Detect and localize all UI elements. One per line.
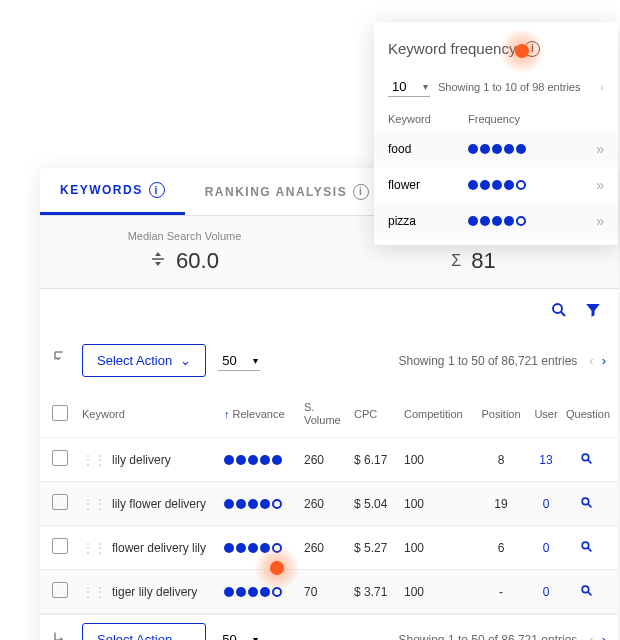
- drag-handle-icon[interactable]: ⋮⋮: [82, 541, 106, 555]
- tab-keywords-label: KEYWORDS: [60, 183, 143, 197]
- svg-line-10: [588, 548, 591, 551]
- magnify-icon[interactable]: [580, 453, 593, 468]
- keyword-text: flower delivery lily: [112, 541, 206, 555]
- page-size-select[interactable]: [218, 351, 260, 371]
- keyword-frequency-popup: Keyword frequency i Showing 1 to 10 of 9…: [374, 22, 618, 245]
- popup-keyword: pizza: [388, 214, 468, 228]
- header-keyword[interactable]: Keyword: [82, 408, 224, 421]
- next-page-icon[interactable]: ›: [602, 353, 606, 368]
- drag-handle-icon[interactable]: ⋮⋮: [82, 497, 106, 511]
- header-competition[interactable]: Competition: [404, 408, 476, 421]
- keyword-text: tiger lily delivery: [112, 585, 197, 599]
- cell-position: 8: [476, 453, 526, 467]
- header-relevance[interactable]: ↑ Relevance: [224, 408, 304, 421]
- header-user[interactable]: User: [526, 408, 566, 421]
- popup-keyword: food: [388, 142, 468, 156]
- bulk-arrow-up-icon: [52, 628, 70, 640]
- relevance-dots: [224, 543, 304, 553]
- header-position[interactable]: Position: [476, 408, 526, 421]
- select-action-button-bottom[interactable]: Select Action ⌄: [82, 623, 206, 640]
- cell-competition: 100: [404, 453, 476, 467]
- cell-volume: 260: [304, 541, 354, 555]
- drag-handle-icon[interactable]: ⋮⋮: [82, 453, 106, 467]
- popup-title: Keyword frequency i: [374, 22, 618, 71]
- info-icon[interactable]: i: [524, 41, 540, 57]
- prev-page-icon[interactable]: ‹: [589, 632, 593, 640]
- next-page-icon[interactable]: ›: [602, 632, 606, 640]
- expand-icon[interactable]: »: [584, 177, 604, 193]
- popup-row[interactable]: pizza»: [374, 203, 618, 239]
- chevron-down-icon: ⌄: [180, 353, 191, 368]
- popup-row[interactable]: flower»: [374, 167, 618, 203]
- showing-text: Showing 1 to 50 of 86,721 entries: [399, 633, 578, 640]
- cell-competition: 100: [404, 497, 476, 511]
- header-cpc[interactable]: CPC: [354, 408, 404, 421]
- relevance-dots: [224, 499, 304, 509]
- table-row: ⋮⋮lily delivery260$ 6.17100813: [40, 438, 618, 482]
- search-icon[interactable]: [546, 297, 572, 328]
- magnify-icon[interactable]: [580, 585, 593, 600]
- cell-competition: 100: [404, 585, 476, 599]
- row-checkbox[interactable]: [52, 450, 68, 466]
- header-svolume[interactable]: S. Volume: [304, 401, 354, 427]
- row-checkbox[interactable]: [52, 538, 68, 554]
- popup-header-keyword: Keyword: [388, 113, 468, 125]
- stat-median-label: Median Search Volume: [60, 230, 309, 242]
- stat-median: Median Search Volume 60.0: [40, 216, 329, 288]
- magnify-icon[interactable]: [580, 541, 593, 556]
- table-row: ⋮⋮tiger lily delivery70$ 3.71100-0: [40, 570, 618, 614]
- svg-point-7: [582, 498, 589, 505]
- bulk-arrow-down-icon: [52, 349, 70, 372]
- popup-frequency-dots: [468, 144, 584, 154]
- cell-position: 19: [476, 497, 526, 511]
- svg-line-4: [561, 312, 565, 316]
- cell-volume: 70: [304, 585, 354, 599]
- cell-cpc: $ 6.17: [354, 453, 404, 467]
- popup-prev-icon[interactable]: ‹: [600, 81, 604, 93]
- select-action-label: Select Action: [97, 353, 172, 368]
- header-question[interactable]: Question: [566, 408, 606, 421]
- cell-user[interactable]: 13: [526, 453, 566, 467]
- cell-cpc: $ 3.71: [354, 585, 404, 599]
- cell-user[interactable]: 0: [526, 541, 566, 555]
- prev-page-icon[interactable]: ‹: [589, 353, 593, 368]
- tab-ranking-label: RANKING ANALYSIS: [205, 185, 347, 199]
- relevance-dots: [224, 455, 304, 465]
- popup-showing-text: Showing 1 to 10 of 98 entries: [438, 81, 580, 93]
- table-header: Keyword ↑ Relevance S. Volume CPC Compet…: [40, 391, 618, 438]
- tab-keywords[interactable]: KEYWORDS i: [40, 168, 185, 215]
- drag-handle-icon[interactable]: ⋮⋮: [82, 585, 106, 599]
- row-checkbox[interactable]: [52, 582, 68, 598]
- relevance-dots: [224, 587, 304, 597]
- cell-user[interactable]: 0: [526, 585, 566, 599]
- cell-cpc: $ 5.04: [354, 497, 404, 511]
- svg-point-3: [553, 304, 562, 313]
- popup-frequency-dots: [468, 180, 584, 190]
- cell-volume: 260: [304, 497, 354, 511]
- cell-user[interactable]: 0: [526, 497, 566, 511]
- popup-row[interactable]: food»: [374, 131, 618, 167]
- popup-header-frequency: Frequency: [468, 113, 604, 125]
- svg-line-8: [588, 504, 591, 507]
- row-checkbox[interactable]: [52, 494, 68, 510]
- magnify-icon[interactable]: [580, 497, 593, 512]
- cell-position: 6: [476, 541, 526, 555]
- select-all-checkbox[interactable]: [52, 405, 68, 421]
- cell-volume: 260: [304, 453, 354, 467]
- info-icon[interactable]: i: [149, 182, 165, 198]
- cell-cpc: $ 5.27: [354, 541, 404, 555]
- popup-page-size[interactable]: [388, 77, 430, 97]
- expand-icon[interactable]: »: [584, 213, 604, 229]
- expand-icon[interactable]: »: [584, 141, 604, 157]
- popup-title-text: Keyword frequency: [388, 40, 516, 57]
- filter-icon[interactable]: [580, 297, 606, 328]
- table-row: ⋮⋮lily flower delivery260$ 5.04100190: [40, 482, 618, 526]
- table-row: ⋮⋮flower delivery lily260$ 5.2710060: [40, 526, 618, 570]
- info-icon[interactable]: i: [353, 184, 369, 200]
- svg-point-9: [582, 542, 589, 549]
- keyword-text: lily delivery: [112, 453, 171, 467]
- tab-ranking-analysis[interactable]: RANKING ANALYSIS i: [185, 168, 389, 215]
- stat-median-value: 60.0: [176, 248, 219, 274]
- select-action-button[interactable]: Select Action ⌄: [82, 344, 206, 377]
- page-size-select-bottom[interactable]: [218, 630, 260, 640]
